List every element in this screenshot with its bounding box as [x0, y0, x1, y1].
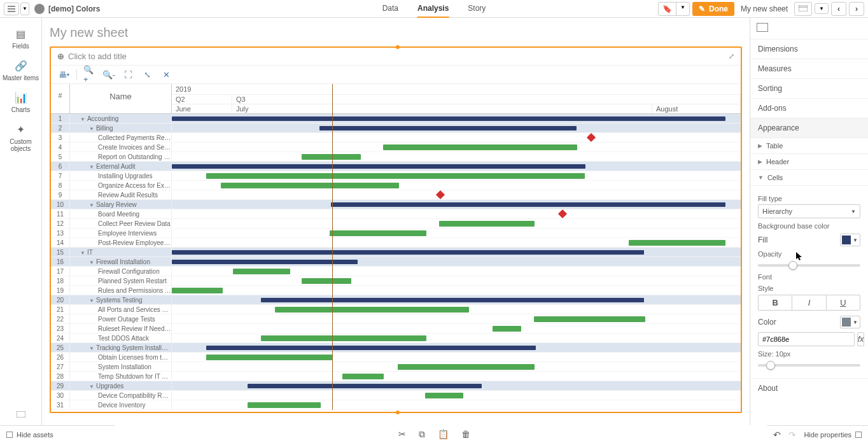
color-hex-input[interactable]	[758, 332, 855, 346]
tab-story[interactable]: Story	[468, 0, 486, 18]
asset-master-items[interactable]: 🔗Master items	[0, 55, 41, 87]
table-row[interactable]: 31Device Inventory	[51, 400, 741, 410]
task-bar[interactable]	[261, 335, 426, 341]
sub-table[interactable]: ▶Table	[750, 138, 868, 154]
task-bar[interactable]	[439, 221, 535, 227]
fill-type-select[interactable]: Hierarchy▼	[758, 204, 860, 218]
slider-thumb[interactable]	[766, 361, 775, 370]
task-bar[interactable]	[221, 183, 399, 188]
delete-button[interactable]: 🗑	[461, 429, 470, 439]
summary-bar[interactable]	[172, 164, 585, 169]
size-slider[interactable]	[758, 364, 860, 367]
opacity-slider[interactable]	[758, 264, 860, 267]
milestone[interactable]	[558, 209, 567, 218]
table-row[interactable]: 22Power Outage Tests	[51, 314, 741, 324]
summary-bar[interactable]	[331, 202, 725, 207]
task-bar[interactable]	[248, 402, 321, 408]
chevron-down-icon[interactable]: ▼	[89, 384, 94, 390]
section-addons[interactable]: Add-ons	[750, 99, 868, 118]
table-row[interactable]: 29▼Upgrades	[51, 381, 741, 391]
sub-header[interactable]: ▶Header	[750, 154, 868, 170]
fit-button[interactable]: ⛶	[122, 68, 134, 81]
panel-tab-icon[interactable]	[757, 23, 768, 32]
task-bar[interactable]	[233, 269, 290, 274]
task-bar[interactable]	[425, 393, 463, 398]
summary-bar[interactable]	[172, 260, 358, 264]
paste-button[interactable]: 📋	[438, 429, 449, 439]
copy-button[interactable]: ⧉	[419, 429, 425, 440]
section-measures[interactable]: Measures	[750, 59, 868, 79]
table-row[interactable]: 4Create Invoices and Send to Clients	[51, 143, 741, 152]
table-row[interactable]: 30Device Compatibility Review	[51, 391, 741, 400]
chart-object[interactable]: ⊕ Click to add title ⤢ 🖶▾ 🔍+ 🔍- ⛶ ⤡ ✕ # …	[50, 46, 742, 413]
section-about[interactable]: About	[750, 378, 868, 398]
sheet-selector-name[interactable]: My new sheet	[737, 4, 792, 13]
zoom-in-button[interactable]: 🔍+	[83, 68, 96, 81]
bold-button[interactable]: B	[759, 295, 792, 310]
prev-sheet-button[interactable]: ‹	[831, 2, 846, 16]
task-bar[interactable]	[629, 240, 725, 246]
table-row[interactable]: 1▼Accounting	[51, 114, 741, 123]
sheet-thumbnail-button[interactable]	[794, 2, 812, 16]
table-row[interactable]: 11Board Meeting	[51, 209, 741, 219]
task-bar[interactable]	[493, 326, 521, 332]
task-bar[interactable]	[342, 374, 384, 379]
table-row[interactable]: 15▼IT	[51, 248, 741, 257]
table-row[interactable]: 12Collect Peer Review Data	[51, 219, 741, 229]
table-row[interactable]: 16▼Firewall Installation	[51, 257, 741, 267]
task-bar[interactable]	[206, 173, 585, 179]
table-row[interactable]: 3Collected Payments Review	[51, 133, 741, 143]
section-dimensions[interactable]: Dimensions	[750, 39, 868, 59]
table-row[interactable]: 8Organize Access for External Audit	[51, 181, 741, 190]
task-bar[interactable]	[534, 316, 645, 322]
font-color-button[interactable]: ▼	[840, 316, 860, 328]
table-row[interactable]: 18Planned System Restart	[51, 276, 741, 286]
asset-collapse[interactable]	[0, 406, 41, 425]
table-row[interactable]: 6▼External Audit	[51, 162, 741, 171]
asset-charts[interactable]: 📊Charts	[0, 87, 41, 118]
table-row[interactable]: 13Employee Interviews	[51, 229, 741, 238]
fx-button[interactable]: fx	[857, 332, 864, 346]
table-row[interactable]: 5Report on Outstanding Collections	[51, 152, 741, 162]
summary-bar[interactable]	[172, 116, 725, 121]
hide-assets-button[interactable]: Hide assets	[0, 425, 115, 443]
asset-fields[interactable]: ▤Fields	[0, 23, 41, 55]
chevron-down-icon[interactable]: ▼	[89, 164, 94, 170]
table-row[interactable]: 2▼Billing	[51, 123, 741, 133]
table-row[interactable]: 17Firewall Configuration	[51, 267, 741, 276]
table-row[interactable]: 20▼Systems Testing	[51, 295, 741, 305]
summary-bar[interactable]	[261, 298, 644, 302]
chevron-down-icon[interactable]: ▼	[89, 346, 94, 351]
summary-bar[interactable]	[172, 250, 644, 255]
next-sheet-button[interactable]: ›	[849, 2, 864, 16]
task-bar[interactable]	[172, 288, 223, 293]
hide-properties-button[interactable]: Hide properties	[804, 431, 862, 439]
summary-bar[interactable]	[206, 346, 536, 350]
chevron-down-icon[interactable]: ▼	[80, 250, 85, 256]
sheet-caret-button[interactable]: ▼	[815, 3, 829, 14]
table-row[interactable]: 21All Ports and Services Testing	[51, 305, 741, 314]
tab-data[interactable]: Data	[382, 0, 398, 18]
fill-color-button[interactable]: ▼	[840, 234, 860, 246]
undo-button[interactable]: ↶	[773, 430, 781, 440]
task-bar[interactable]	[383, 144, 577, 150]
redo-button[interactable]: ↷	[788, 430, 796, 440]
chevron-down-icon[interactable]: ▼	[89, 298, 94, 304]
summary-bar[interactable]	[248, 384, 482, 388]
slider-thumb[interactable]	[788, 261, 797, 270]
print-button[interactable]: 🖶▾	[57, 68, 70, 81]
asset-custom-objects[interactable]: ✦Custom objects	[0, 118, 41, 157]
milestone[interactable]	[436, 190, 445, 199]
task-bar[interactable]	[398, 364, 535, 370]
chart-title-placeholder[interactable]: Click to add title	[68, 52, 127, 61]
task-bar[interactable]	[302, 154, 361, 160]
table-row[interactable]: 24Test DDOS Attack	[51, 334, 741, 343]
table-row[interactable]: 23Ruleset Review If Needed	[51, 324, 741, 334]
task-bar[interactable]	[330, 230, 426, 236]
table-row[interactable]: 25▼Tracking System Installation	[51, 343, 741, 353]
reset-zoom-button[interactable]: ✕	[160, 68, 172, 81]
table-row[interactable]: 14Post-Review Employee Interviews	[51, 238, 741, 248]
expand-icon[interactable]: ⤢	[729, 52, 734, 60]
global-menu-button[interactable]	[4, 3, 19, 15]
chevron-down-icon[interactable]: ▼	[89, 202, 94, 208]
